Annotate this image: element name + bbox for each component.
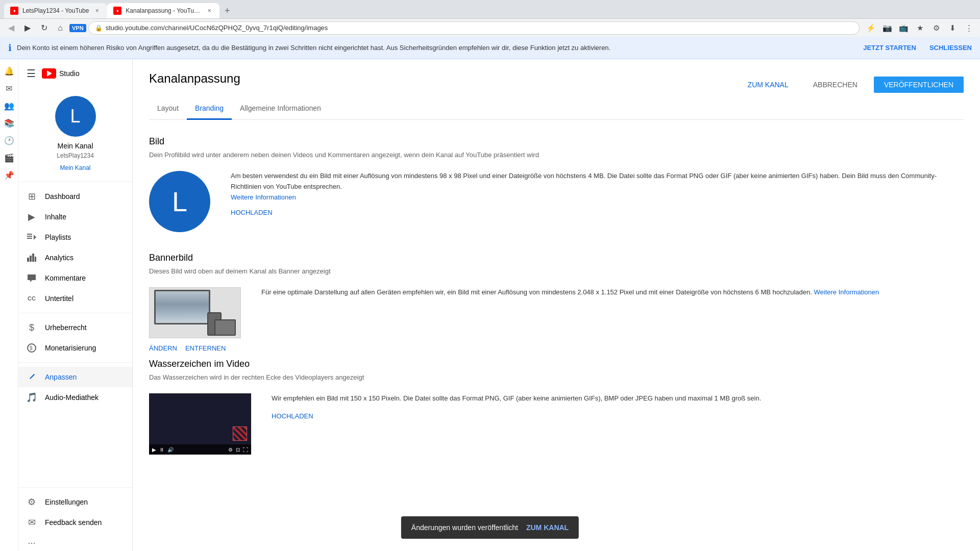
sidebar-label-monetarisierung: Monetarisierung [45, 344, 96, 352]
sidebar-menu-button[interactable]: ☰ [27, 67, 36, 80]
sidebar-icon-shorts[interactable]: 🎬 [2, 150, 17, 165]
tab-info[interactable]: Allgemeine Informationen [232, 98, 329, 120]
sidebar-item-kommentare[interactable]: Kommentare [18, 268, 132, 288]
sidebar-item-feedback[interactable]: ✉ Feedback senden [18, 512, 132, 533]
watermark-volume-icon: 🔊 [167, 447, 174, 453]
sidebar-item-untertitel[interactable]: CC Untertitel [18, 288, 132, 309]
forward-button[interactable]: ▶ [20, 21, 35, 35]
svg-text:$: $ [30, 345, 33, 351]
einstellungen-icon: ⚙ [27, 497, 37, 507]
sidebar-item-analytics[interactable]: Analytics [18, 247, 132, 268]
bild-mehr-info-link[interactable]: Weitere Informationen [231, 193, 296, 201]
browser-chrome: LetsPlay1234 - YouTube × Kanalanpassung … [0, 0, 980, 37]
inhalte-icon: ▶ [27, 212, 37, 222]
settings-icon[interactable]: ⚙ [929, 21, 943, 35]
banner-title: Bannerbild [149, 253, 964, 263]
wasserzeichen-row: ▶ ⏸ 🔊 ⚙ ⊡ ⛶ Wir empfehlen [149, 393, 964, 455]
wasserzeichen-info-text: Wir empfehlen ein Bild mit 150 x 150 Pix… [272, 393, 964, 404]
tab-close-1[interactable]: × [93, 7, 101, 15]
tab-close-2[interactable]: × [205, 7, 213, 15]
sidebar-icon-messages[interactable]: ✉ [2, 81, 17, 96]
tab-branding[interactable]: Branding [187, 98, 232, 120]
studio-logo-text: Studio [59, 69, 80, 78]
main-content: Kanalanpassung ZUM KANAL ABBRECHEN VERÖF… [133, 59, 980, 551]
reload-button[interactable]: ↻ [37, 21, 51, 35]
urheberrecht-icon: $ [27, 322, 37, 333]
icon-sidebar: 🔔 ✉ 👥 📚 🕐 🎬 📌 [0, 59, 18, 551]
menu-icon[interactable]: ⋮ [962, 21, 976, 35]
browser-tab-1[interactable]: LetsPlay1234 - YouTube × [4, 3, 107, 18]
sidebar-item-dashboard[interactable]: ⊞ Dashboard [18, 186, 132, 207]
yt-studio-logo[interactable]: Studio [42, 68, 80, 79]
monetarisierung-icon: $ [27, 343, 37, 353]
sidebar-icon-community[interactable]: 👥 [2, 98, 17, 113]
banner-monitor [154, 290, 210, 324]
veroeffentlichen-button[interactable]: VERÖFFENTLICHEN [874, 77, 964, 93]
download-icon[interactable]: ⬇ [945, 21, 960, 35]
kommentare-icon [27, 273, 37, 283]
sidebar-item-anpassen[interactable]: Anpassen [18, 367, 132, 387]
banner-row: ÄNDERN ENTFERNEN Für eine optimale Darst… [149, 287, 964, 338]
bild-row: L Am besten verwendest du ein Bild mit e… [149, 171, 964, 232]
sidebar-item-monetarisierung[interactable]: $ Monetarisierung [18, 338, 132, 358]
sidebar-label-einstellungen: Einstellungen [45, 498, 88, 506]
my-channel-link[interactable]: Mein Kanal [60, 164, 90, 171]
watermark-preview: ▶ ⏸ 🔊 ⚙ ⊡ ⛶ [149, 393, 251, 455]
abbrechen-button[interactable]: ABBRECHEN [805, 77, 866, 93]
sidebar-bottom: ⚙ Einstellungen ✉ Feedback senden ··· [18, 487, 132, 551]
sidebar-label-urheberrecht: Urheberrecht [45, 323, 87, 332]
banner-info: Für eine optimale Darstellung auf allen … [261, 287, 964, 304]
banner-remove-button[interactable]: ENTFERNEN [185, 344, 226, 352]
sidebar-label-dashboard: Dashboard [45, 192, 80, 201]
extensions-icon[interactable]: ⚡ [864, 21, 878, 35]
notification-action-button[interactable]: JETZT STARTEN [863, 44, 916, 52]
untertitel-icon: CC [27, 293, 37, 304]
browser-tab-2[interactable]: Kanalanpassung - YouTube... × [107, 3, 219, 18]
banner-mehr-info-link[interactable]: Weitere Informationen [814, 288, 879, 296]
address-bar[interactable]: 🔒 studio.youtube.com/channel/UCocN6zQPHQ… [88, 21, 860, 35]
camera-icon[interactable]: 📷 [880, 21, 894, 35]
sidebar-item-inhalte[interactable]: ▶ Inhalte [18, 207, 132, 227]
home-button[interactable]: ⌂ [53, 21, 67, 35]
sidebar-icon-library[interactable]: 📚 [2, 115, 17, 131]
back-button[interactable]: ◀ [4, 21, 18, 35]
sidebar-item-playlists[interactable]: Playlists [18, 227, 132, 247]
sidebar-label-kommentare: Kommentare [45, 274, 86, 282]
channel-info: L Mein Kanal LetsPlay1234 Mein Kanal [18, 88, 132, 182]
toast-action-button[interactable]: ZUM KANAL [526, 523, 569, 532]
wasserzeichen-title: Wasserzeichen im Video [149, 359, 964, 369]
page-tabs: Layout Branding Allgemeine Informationen [149, 98, 964, 120]
watermark-icon [233, 427, 248, 442]
svg-rect-6 [27, 258, 29, 262]
banner-info-text: Für eine optimale Darstellung auf allen … [261, 287, 964, 298]
watermark-time-icon: ⏸ [159, 447, 164, 453]
zum-kanal-button[interactable]: ZUM KANAL [740, 77, 797, 93]
bild-info: Am besten verwendest du ein Bild mit ein… [231, 171, 964, 216]
bannerbild-section: Bannerbild Dieses Bild wird oben auf dei… [149, 253, 964, 338]
watermark-pattern [233, 427, 247, 441]
sidebar-item-more[interactable]: ··· [18, 533, 132, 551]
address-text: studio.youtube.com/channel/UCocN6zQPHQZ_… [106, 24, 328, 32]
sidebar-label-analytics: Analytics [45, 254, 74, 262]
page-header: Kanalanpassung ZUM KANAL ABBRECHEN VERÖF… [149, 71, 964, 98]
new-tab-button[interactable]: + [219, 3, 235, 18]
tab-title-1: LetsPlay1234 - YouTube [22, 7, 89, 14]
sidebar-item-urheberrecht[interactable]: $ Urheberrecht [18, 317, 132, 338]
tab-favicon-1 [10, 7, 18, 15]
cast-icon[interactable]: 📺 [896, 21, 911, 35]
sidebar-icon-history[interactable]: 🕐 [2, 133, 17, 148]
wasserzeichen-upload-button[interactable]: HOCHLADEN [272, 412, 964, 420]
bookmark-icon[interactable]: ★ [913, 21, 927, 35]
banner-change-button[interactable]: ÄNDERN [149, 344, 177, 352]
bild-info-text: Am besten verwendest du ein Bild mit ein… [231, 171, 964, 203]
notification-close-button[interactable]: SCHLIESSEN [929, 44, 972, 52]
lock-icon: 🔒 [95, 24, 103, 32]
sidebar-icon-notifications[interactable]: 🔔 [2, 63, 17, 79]
tab-layout[interactable]: Layout [149, 98, 187, 120]
sidebar-icon-subscriptions[interactable]: 📌 [2, 167, 17, 183]
bild-upload-button[interactable]: HOCHLADEN [231, 209, 964, 216]
sidebar-item-audio[interactable]: 🎵 Audio-Mediathek [18, 387, 132, 408]
sidebar-item-einstellungen[interactable]: ⚙ Einstellungen [18, 492, 132, 512]
page-content: Kanalanpassung ZUM KANAL ABBRECHEN VERÖF… [133, 59, 980, 487]
feedback-icon: ✉ [27, 517, 37, 528]
